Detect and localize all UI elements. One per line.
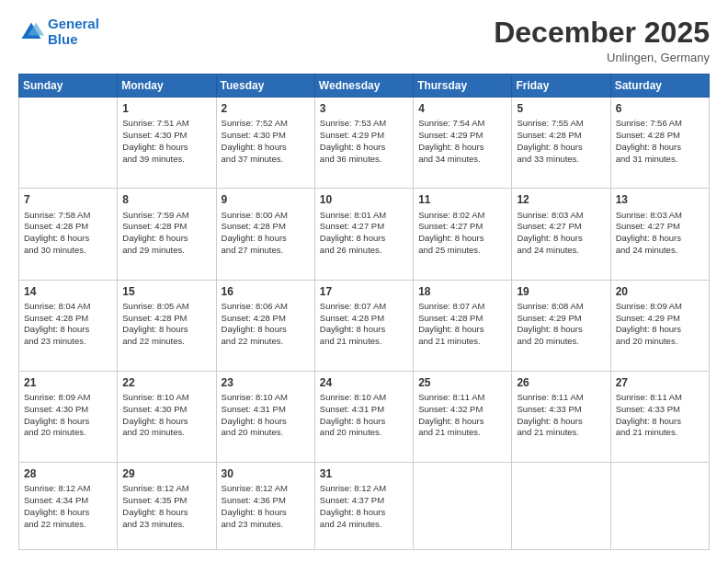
col-tuesday: Tuesday xyxy=(216,75,314,98)
col-sunday: Sunday xyxy=(19,75,118,98)
day-number: 4 xyxy=(418,101,506,116)
day-info: Sunrise: 8:11 AM xyxy=(418,392,506,404)
day-info: and 20 minutes. xyxy=(24,427,112,439)
day-info: and 21 minutes. xyxy=(616,427,704,439)
day-info: and 21 minutes. xyxy=(517,427,605,439)
table-row: 30Sunrise: 8:12 AMSunset: 4:36 PMDayligh… xyxy=(216,463,314,550)
day-number: 21 xyxy=(24,375,112,390)
day-info: Sunrise: 8:09 AM xyxy=(24,392,112,404)
day-info: Sunrise: 8:00 AM xyxy=(222,210,310,222)
day-info: Daylight: 8 hours xyxy=(517,416,605,428)
table-row: 24Sunrise: 8:10 AMSunset: 4:31 PMDayligh… xyxy=(314,371,413,462)
day-number: 18 xyxy=(418,284,506,299)
day-number: 28 xyxy=(24,466,112,481)
table-row: 19Sunrise: 8:08 AMSunset: 4:29 PMDayligh… xyxy=(512,280,610,371)
day-info: and 31 minutes. xyxy=(616,154,704,166)
day-number: 29 xyxy=(122,466,210,481)
day-info: and 27 minutes. xyxy=(222,245,310,257)
day-info: Sunrise: 7:58 AM xyxy=(24,210,112,222)
table-row: 22Sunrise: 8:10 AMSunset: 4:30 PMDayligh… xyxy=(118,371,216,462)
day-info: Sunrise: 8:12 AM xyxy=(222,483,310,495)
day-info: Daylight: 8 hours xyxy=(616,324,704,336)
day-info: Sunrise: 8:11 AM xyxy=(616,392,704,404)
table-row: 15Sunrise: 8:05 AMSunset: 4:28 PMDayligh… xyxy=(118,280,216,371)
day-number: 22 xyxy=(122,375,210,390)
month-title: December 2025 xyxy=(494,17,710,49)
day-number: 13 xyxy=(616,192,704,207)
day-info: Sunset: 4:31 PM xyxy=(222,404,310,416)
day-info: Sunrise: 8:07 AM xyxy=(418,301,506,313)
table-row: 16Sunrise: 8:06 AMSunset: 4:28 PMDayligh… xyxy=(216,280,314,371)
day-info: Daylight: 8 hours xyxy=(517,142,605,154)
day-number: 14 xyxy=(24,284,112,299)
day-info: and 20 minutes. xyxy=(517,336,605,348)
day-info: Sunrise: 8:12 AM xyxy=(122,483,210,495)
day-info: Daylight: 8 hours xyxy=(24,324,112,336)
day-info: Sunset: 4:37 PM xyxy=(320,495,408,507)
day-info: Sunset: 4:28 PM xyxy=(222,313,310,325)
calendar-header-row: Sunday Monday Tuesday Wednesday Thursday… xyxy=(19,75,710,98)
day-info: Sunset: 4:28 PM xyxy=(320,313,408,325)
day-number: 8 xyxy=(122,192,210,207)
col-friday: Friday xyxy=(512,75,610,98)
day-info: and 24 minutes. xyxy=(517,245,605,257)
day-info: Daylight: 8 hours xyxy=(320,142,408,154)
day-info: and 34 minutes. xyxy=(418,154,506,166)
day-number: 25 xyxy=(418,375,506,390)
day-info: Daylight: 8 hours xyxy=(517,324,605,336)
day-number: 1 xyxy=(122,101,210,116)
table-row: 8Sunrise: 7:59 AMSunset: 4:28 PMDaylight… xyxy=(118,189,216,280)
table-row: 13Sunrise: 8:03 AMSunset: 4:27 PMDayligh… xyxy=(610,189,709,280)
day-info: Sunrise: 7:54 AM xyxy=(418,118,506,130)
day-info: Daylight: 8 hours xyxy=(616,416,704,428)
day-info: Daylight: 8 hours xyxy=(24,507,112,519)
day-info: Sunrise: 8:12 AM xyxy=(24,483,112,495)
day-number: 31 xyxy=(320,466,408,481)
day-info: Daylight: 8 hours xyxy=(418,324,506,336)
day-info: Sunset: 4:27 PM xyxy=(517,221,605,233)
table-row: 31Sunrise: 8:12 AMSunset: 4:37 PMDayligh… xyxy=(314,463,413,550)
col-thursday: Thursday xyxy=(414,75,512,98)
day-info: and 33 minutes. xyxy=(517,154,605,166)
day-number: 3 xyxy=(320,101,408,116)
day-info: and 26 minutes. xyxy=(320,245,408,257)
day-info: and 24 minutes. xyxy=(320,519,408,531)
day-number: 30 xyxy=(222,466,310,481)
day-info: Sunrise: 8:08 AM xyxy=(517,301,605,313)
table-row: 11Sunrise: 8:02 AMSunset: 4:27 PMDayligh… xyxy=(414,189,512,280)
day-info: Sunset: 4:27 PM xyxy=(418,221,506,233)
day-info: and 21 minutes. xyxy=(320,336,408,348)
day-info: Daylight: 8 hours xyxy=(517,233,605,245)
day-info: Sunset: 4:28 PM xyxy=(122,313,210,325)
day-info: Sunset: 4:30 PM xyxy=(122,130,210,142)
day-number: 9 xyxy=(222,192,310,207)
table-row: 7Sunrise: 7:58 AMSunset: 4:28 PMDaylight… xyxy=(19,189,118,280)
header: General Blue December 2025 Unlingen, Ger… xyxy=(18,17,710,64)
day-info: Daylight: 8 hours xyxy=(222,324,310,336)
table-row xyxy=(512,463,610,550)
table-row: 10Sunrise: 8:01 AMSunset: 4:27 PMDayligh… xyxy=(314,189,413,280)
day-number: 17 xyxy=(320,284,408,299)
day-info: and 24 minutes. xyxy=(616,245,704,257)
day-info: Daylight: 8 hours xyxy=(418,416,506,428)
logo-text: General Blue xyxy=(48,17,99,47)
day-info: and 21 minutes. xyxy=(418,427,506,439)
day-info: Daylight: 8 hours xyxy=(222,233,310,245)
day-info: Sunset: 4:29 PM xyxy=(616,313,704,325)
day-info: Daylight: 8 hours xyxy=(24,416,112,428)
day-info: Sunrise: 8:10 AM xyxy=(222,392,310,404)
table-row: 28Sunrise: 8:12 AMSunset: 4:34 PMDayligh… xyxy=(19,463,118,550)
day-info: Sunrise: 7:59 AM xyxy=(122,210,210,222)
day-number: 26 xyxy=(517,375,605,390)
day-info: Sunrise: 8:10 AM xyxy=(320,392,408,404)
table-row: 17Sunrise: 8:07 AMSunset: 4:28 PMDayligh… xyxy=(314,280,413,371)
day-number: 16 xyxy=(222,284,310,299)
table-row: 26Sunrise: 8:11 AMSunset: 4:33 PMDayligh… xyxy=(512,371,610,462)
table-row xyxy=(610,463,709,550)
day-info: and 22 minutes. xyxy=(222,336,310,348)
day-info: Sunset: 4:27 PM xyxy=(616,221,704,233)
day-info: Sunrise: 8:06 AM xyxy=(222,301,310,313)
day-info: Sunset: 4:30 PM xyxy=(222,130,310,142)
day-info: and 20 minutes. xyxy=(616,336,704,348)
day-info: Sunset: 4:31 PM xyxy=(320,404,408,416)
